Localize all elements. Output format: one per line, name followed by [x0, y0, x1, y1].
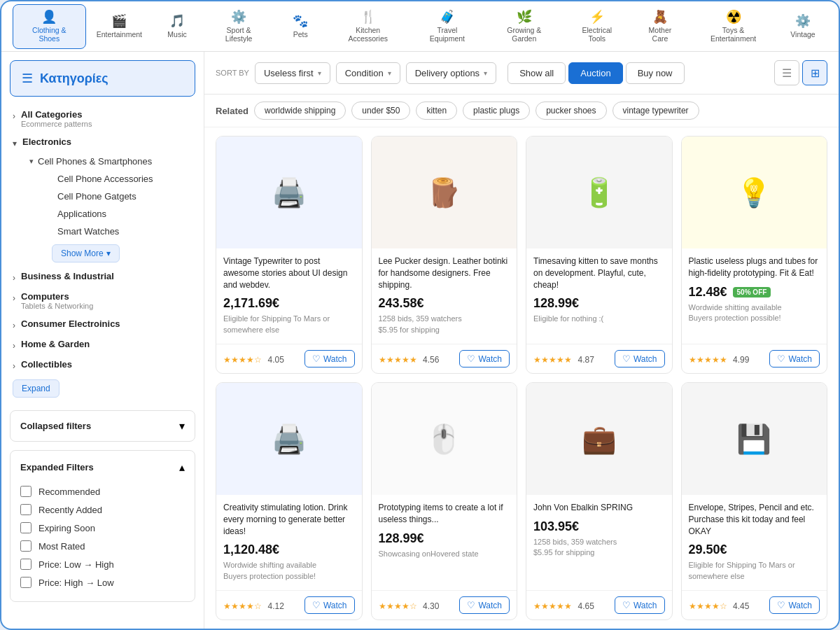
product-info: Vintage Typewriter to post awesome stori… — [216, 248, 362, 344]
product-price: 1,120.48€ — [223, 542, 279, 557]
filter-option[interactable]: Price: Low → High — [20, 555, 185, 573]
product-price: 128.99€ — [379, 531, 424, 546]
grid-view-icon: ⊞ — [811, 66, 820, 80]
tag-item[interactable]: plastic plugs — [463, 102, 530, 120]
filter-checkbox[interactable] — [20, 504, 31, 515]
product-image: 🖨️ — [216, 383, 362, 495]
filter-checkbox[interactable] — [20, 577, 31, 588]
tag-item[interactable]: under $50 — [351, 102, 410, 120]
tag-item[interactable]: vintage typewriter — [612, 102, 699, 120]
tag-item[interactable]: kitten — [416, 102, 457, 120]
filter-checkbox[interactable] — [20, 522, 31, 533]
watch-button[interactable]: ♡ Watch — [615, 350, 665, 368]
delivery-dropdown[interactable]: Delivery options ▾ — [406, 62, 497, 84]
watch-button[interactable]: ♡ Watch — [459, 596, 510, 614]
cell-phone-accessories[interactable]: Cell Phone Accessories — [41, 170, 192, 188]
expand-button[interactable]: Expand — [13, 379, 59, 398]
sort-dropdown[interactable]: Useless first ▾ — [255, 62, 330, 84]
filter-option[interactable]: Recently Added — [20, 500, 185, 519]
all-categories-item[interactable]: › All Categories Ecommerce patterns — [13, 105, 192, 132]
product-card[interactable]: 🖨️ Creativity stimulating lotion. Drink … — [216, 382, 363, 620]
nav-item-garden[interactable]: 🌿Growing & Garden — [486, 5, 562, 48]
nav-item-entertainment[interactable]: 🎬Entertainment — [89, 9, 150, 44]
filter-checkbox[interactable] — [20, 486, 31, 497]
filter-option[interactable]: Recommended — [20, 482, 185, 500]
product-card[interactable]: 💡 Plastic useless plugs and tubes for hi… — [681, 136, 828, 374]
product-info: Creativity stimulating lotion. Drink eve… — [216, 495, 362, 590]
watch-label: Watch — [323, 601, 347, 610]
nav-item-vintage[interactable]: ⚙️Vintage — [778, 9, 827, 44]
nav-item-mother[interactable]: 🧸Mother Care — [632, 5, 689, 48]
condition-dropdown[interactable]: Condition ▾ — [336, 62, 400, 84]
filter-checkbox[interactable] — [20, 559, 31, 570]
tag-item[interactable]: worldwide shipping — [254, 102, 346, 120]
watch-button[interactable]: ♡ Watch — [769, 350, 820, 368]
auction-button[interactable]: Auction — [568, 62, 622, 84]
nav-item-toys[interactable]: ☢️Toys & Entertainment — [691, 5, 776, 48]
show-all-button[interactable]: Show all — [507, 62, 566, 84]
filter-option[interactable]: Price: High → Low — [20, 573, 185, 592]
heart-icon: ♡ — [777, 600, 785, 610]
list-view-icon: ☰ — [782, 66, 792, 80]
filter-label: Recently Added — [38, 505, 102, 515]
list-view-button[interactable]: ☰ — [774, 60, 799, 85]
filter-option[interactable]: Most Rated — [20, 537, 185, 555]
filter-label: Most Rated — [38, 541, 85, 552]
filter-option[interactable]: Expiring Soon — [20, 519, 185, 537]
grid-view-button[interactable]: ⊞ — [802, 60, 827, 85]
watch-label: Watch — [323, 354, 347, 364]
cell-phone-gadgets[interactable]: Cell Phone Gatgets — [41, 188, 192, 205]
product-card[interactable]: 💾 Envelope, Stripes, Pencil and etc. Pur… — [681, 382, 828, 620]
watch-button[interactable]: ♡ Watch — [459, 350, 510, 368]
product-card[interactable]: 🔋 Timesaving kitten to save months on de… — [526, 136, 673, 374]
computers-item[interactable]: › Computers Tablets & Networking — [13, 287, 192, 314]
product-card[interactable]: 💼 John Von Ebalkin SPRING 103.95€ 1258 b… — [526, 382, 673, 620]
product-price: 12.48€ — [689, 285, 727, 300]
product-stars: ★★★★☆ — [223, 601, 262, 611]
filter-options: RecommendedRecently AddedExpiring SoonMo… — [20, 482, 185, 592]
nav-item-pets[interactable]: 🐾Pets — [276, 9, 325, 44]
tags-row: Related worldwide shippingunder $50kitte… — [204, 94, 839, 127]
product-card[interactable]: 🖨️ Vintage Typewriter to post awesome st… — [216, 136, 363, 374]
product-footer: ★★★★★ 4.99 ♡ Watch — [682, 344, 827, 373]
watch-label: Watch — [478, 354, 502, 364]
product-title: Timesaving kitten to save months on deve… — [533, 255, 665, 290]
smart-watches[interactable]: Smart Watches — [41, 223, 192, 240]
expanded-filters-header[interactable]: Expanded Filters ▴ — [20, 461, 185, 474]
product-image: 🖨️ — [216, 136, 362, 248]
watch-button[interactable]: ♡ Watch — [615, 596, 665, 614]
electronics-item[interactable]: ▾ Electronics — [13, 132, 192, 153]
watch-button[interactable]: ♡ Watch — [304, 350, 355, 368]
nav-item-kitchen[interactable]: 🍴Kitchen Accessories — [328, 5, 408, 48]
nav-item-sport[interactable]: ⚙️Sport & Lifestyle — [204, 5, 273, 48]
expanded-filters: Expanded Filters ▴ RecommendedRecently A… — [10, 450, 195, 602]
show-more-button[interactable]: Show More ▾ — [52, 244, 120, 262]
nav-item-music[interactable]: 🎵Music — [153, 9, 202, 44]
product-price-row: 12.48€ 50% OFF — [689, 285, 820, 300]
applications[interactable]: Applications — [41, 205, 192, 223]
buy-now-button[interactable]: Buy now — [626, 62, 685, 84]
watch-button[interactable]: ♡ Watch — [304, 596, 355, 614]
product-rating: ★★★★★ 4.99 — [689, 353, 750, 365]
cell-phones-item[interactable]: ▾ Cell Phones & Smartphones — [29, 153, 192, 170]
sidebar-header[interactable]: ☰ Κατηγορίες — [10, 60, 195, 97]
nav-label-electrical: Electrical Tools — [573, 26, 621, 43]
product-card[interactable]: 🖱️ Prototyping items to create a lot if … — [371, 382, 518, 620]
nav-icon-clothing: 👤 — [41, 10, 57, 23]
tag-item[interactable]: pucker shoes — [536, 102, 606, 120]
filter-checkbox[interactable] — [20, 540, 31, 552]
home-item[interactable]: › Home & Garden — [13, 335, 192, 355]
nav-item-electrical[interactable]: ⚡Electrical Tools — [565, 5, 629, 48]
nav-item-clothing[interactable]: 👤Clothing & Shoes — [13, 4, 86, 49]
product-footer: ★★★★☆ 4.45 ♡ Watch — [682, 590, 827, 620]
collapsed-filters-header[interactable]: Collapsed filters ▾ — [10, 411, 195, 441]
type-buttons: Show all Auction Buy now — [507, 62, 684, 84]
watch-button[interactable]: ♡ Watch — [769, 596, 820, 614]
product-price: 29.50€ — [689, 542, 727, 557]
business-item[interactable]: › Business & Industrial — [13, 267, 192, 287]
product-card[interactable]: 🪵 Lee Pucker design. Leather botinki for… — [371, 136, 518, 374]
consumer-item[interactable]: › Consumer Electroinics — [13, 314, 192, 335]
nav-item-travel[interactable]: 🧳Travel Equipment — [411, 5, 483, 48]
collectibles-item[interactable]: › Collectibles — [13, 355, 192, 375]
product-stars: ★★★★☆ — [223, 355, 262, 365]
